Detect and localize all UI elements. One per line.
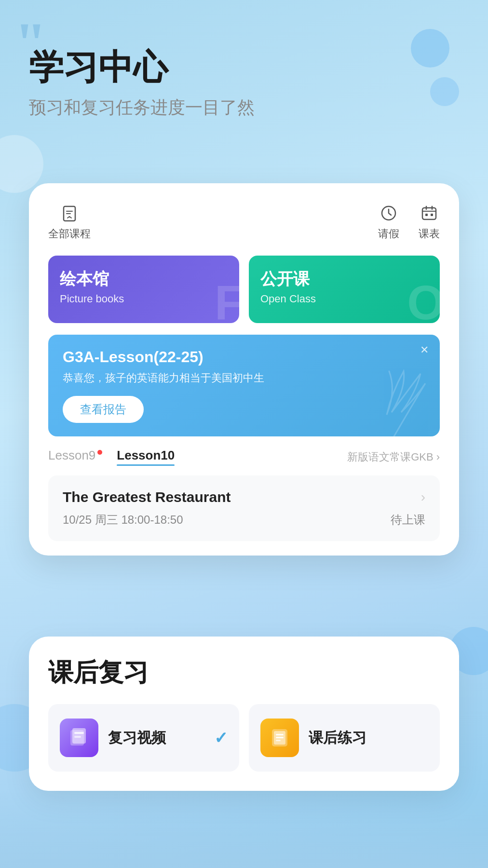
page-title: 学习中心 bbox=[29, 48, 255, 86]
review-video-label: 复习视频 bbox=[108, 728, 204, 748]
chevron-right-icon: › bbox=[436, 451, 440, 463]
review-video-icon bbox=[60, 719, 98, 757]
app-card: 全部课程 请假 bbox=[29, 183, 459, 556]
category-open-class[interactable]: 公开课 Open Class O bbox=[249, 256, 440, 323]
review-section: 课后复习 复习视频 ✓ bbox=[29, 637, 459, 791]
lesson-banner-title: G3A-Lesson(22-25) bbox=[63, 348, 425, 366]
nav-schedule[interactable]: 课表 bbox=[419, 203, 440, 241]
svg-rect-7 bbox=[74, 732, 84, 734]
picture-books-subtitle: Picture books bbox=[60, 293, 228, 305]
lesson-item-top: The Greatest Restaurant › bbox=[63, 489, 425, 505]
svg-rect-2 bbox=[422, 208, 436, 219]
tabs-row: Lesson9 Lesson10 新版语文常课GKB › bbox=[48, 448, 440, 466]
bookmark-icon bbox=[59, 203, 80, 224]
decorative-bubble-3 bbox=[430, 77, 459, 106]
review-cards-row: 复习视频 ✓ 课后练习 bbox=[48, 704, 440, 772]
category-picture-books[interactable]: 绘本馆 Picture books F bbox=[48, 256, 239, 323]
page-subtitle: 预习和复习任务进度一目了然 bbox=[29, 96, 255, 120]
picture-books-watermark: F bbox=[215, 275, 239, 323]
close-banner-button[interactable]: ✕ bbox=[417, 342, 432, 358]
picture-books-title: 绘本馆 bbox=[60, 269, 228, 289]
svg-rect-3 bbox=[425, 214, 428, 216]
nav-right: 请假 课表 bbox=[378, 203, 440, 241]
svg-rect-13 bbox=[276, 740, 281, 741]
lesson-arrow-icon: › bbox=[421, 489, 425, 505]
unread-dot bbox=[97, 450, 102, 455]
nav-all-courses[interactable]: 全部课程 bbox=[48, 203, 91, 241]
decorative-bubble-1 bbox=[0, 135, 43, 193]
calendar-icon bbox=[419, 203, 440, 224]
lesson-banner: ✕ G3A-Lesson(22-25) 恭喜您，孩子的英语能力相当于美国初中生 … bbox=[48, 335, 440, 436]
lesson-time: 10/25 周三 18:00-18:50 bbox=[63, 512, 183, 528]
header-section: 学习中心 预习和复习任务进度一目了然 bbox=[29, 48, 255, 120]
svg-rect-8 bbox=[74, 736, 81, 738]
nav-row: 全部课程 请假 bbox=[48, 203, 440, 241]
open-class-title: 公开课 bbox=[260, 269, 428, 289]
open-class-subtitle: Open Class bbox=[260, 293, 428, 305]
svg-rect-12 bbox=[276, 737, 284, 738]
schedule-label: 课表 bbox=[419, 227, 440, 241]
review-video-card[interactable]: 复习视频 ✓ bbox=[48, 704, 239, 772]
after-class-label: 课后练习 bbox=[309, 728, 428, 748]
tabs-left: Lesson9 Lesson10 bbox=[48, 448, 175, 466]
svg-rect-11 bbox=[276, 734, 284, 735]
lesson-name: The Greatest Restaurant bbox=[63, 489, 230, 505]
lesson-status: 待上课 bbox=[391, 512, 425, 528]
category-row: 绘本馆 Picture books F 公开课 Open Class O bbox=[48, 256, 440, 323]
view-report-button[interactable]: 查看报告 bbox=[63, 396, 144, 423]
lesson-list-item[interactable]: The Greatest Restaurant › 10/25 周三 18:00… bbox=[48, 475, 440, 541]
clock-icon bbox=[378, 203, 399, 224]
bottom-fade bbox=[0, 791, 488, 868]
after-class-card[interactable]: 课后练习 bbox=[249, 704, 440, 772]
all-courses-label: 全部课程 bbox=[48, 227, 91, 241]
leave-label: 请假 bbox=[378, 227, 399, 241]
decorative-bubble-2 bbox=[411, 29, 449, 68]
nav-leave[interactable]: 请假 bbox=[378, 203, 399, 241]
open-class-watermark: O bbox=[407, 275, 440, 323]
after-class-icon bbox=[260, 719, 299, 757]
tabs-link-text: 新版语文常课GKB bbox=[347, 450, 433, 464]
review-title: 课后复习 bbox=[48, 656, 440, 690]
svg-rect-4 bbox=[431, 214, 433, 216]
lesson-item-bottom: 10/25 周三 18:00-18:50 待上课 bbox=[63, 512, 425, 528]
tab-lesson9[interactable]: Lesson9 bbox=[48, 448, 102, 466]
tab-lesson10[interactable]: Lesson10 bbox=[117, 448, 175, 466]
review-video-check-icon: ✓ bbox=[214, 728, 228, 747]
tabs-link[interactable]: 新版语文常课GKB › bbox=[347, 450, 440, 464]
lesson-banner-decoration bbox=[358, 369, 430, 436]
